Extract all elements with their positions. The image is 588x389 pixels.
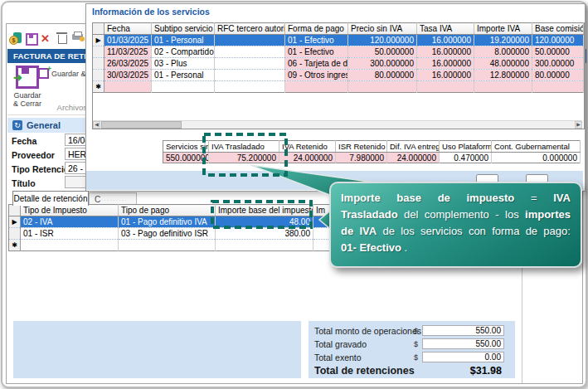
grid-cell[interactable]: 16.000000 — [417, 35, 474, 46]
column-header[interactable]: RFC tercero autorizado — [215, 23, 285, 35]
grid-cell[interactable]: 09 - Otros ingres... — [285, 70, 348, 81]
grid-cell[interactable]: 01 - ISR — [21, 228, 119, 240]
trash-shape — [58, 35, 67, 44]
grid-cell[interactable]: 48.00 — [216, 216, 313, 228]
column-header[interactable]: Subtipo servicio — [152, 23, 215, 35]
grid-cell[interactable]: 01/03/2025 — [104, 35, 152, 46]
screenshot: $ ✕ ✉➜ FACTURA DE RETENCIONE ➜ Guardar &… — [0, 0, 588, 389]
column-header[interactable]: Uso Plataforma — [440, 141, 492, 153]
grid-cell[interactable] — [119, 240, 216, 251]
column-header[interactable]: Cont. Gubernamental — [492, 141, 581, 153]
column-header[interactable]: Forma de pago — [285, 23, 348, 35]
column-header[interactable]: ISR Retenido — [336, 141, 387, 153]
grid-cell[interactable]: 01 - Efectivo — [285, 35, 348, 46]
delete-icon[interactable]: ✕ — [41, 32, 53, 45]
grid-cell[interactable]: 120.00000 — [532, 35, 584, 46]
column-header[interactable]: Servicios sin IVA — [163, 141, 209, 153]
grid-cell[interactable]: 01 - Pago definitivo IVA — [119, 216, 216, 228]
trash-icon[interactable] — [56, 32, 69, 45]
table-row[interactable]: 550.00000075.20000024.0000007.98000024.0… — [163, 153, 581, 163]
currency-symbol: $ — [414, 353, 418, 362]
grid-cell[interactable]: 03 - Plus — [152, 58, 215, 70]
grid-cell[interactable]: 0.000000 — [492, 153, 581, 163]
callout-line: deIVAdelosserviciosconformadepago: — [341, 223, 571, 240]
grid-cell[interactable]: 01 - Efectivo — [285, 46, 348, 58]
grid-cell[interactable]: 24.000000 — [387, 153, 440, 163]
grid-cell[interactable]: 01 - Personal — [152, 70, 215, 81]
grid-cell[interactable]: 80.000000 — [348, 70, 417, 81]
print-icon[interactable] — [72, 32, 85, 45]
grid-cell[interactable]: 80.00000 — [532, 70, 584, 81]
grid-cell[interactable]: 0.470000 — [440, 153, 492, 163]
grid-cell[interactable] — [417, 81, 474, 93]
grid-cell[interactable]: 48.000000 — [474, 58, 532, 70]
grid-cell[interactable] — [348, 81, 417, 93]
scroll-right-arrow-icon[interactable]: ▶ — [575, 121, 582, 129]
grid-cell[interactable] — [216, 240, 313, 251]
grid-cell[interactable] — [474, 81, 532, 93]
grid-cell[interactable]: 75.200000 — [209, 153, 279, 163]
column-header[interactable]: IVA Retenido — [279, 141, 336, 153]
grid-cell[interactable]: 380.00 — [216, 228, 313, 240]
table-row[interactable]: ▶01/03/202501 - Personal01 - Efectivo120… — [93, 35, 584, 46]
column-header[interactable]: Importe IVA — [474, 23, 532, 35]
grid-cell[interactable]: 02 - IVA — [21, 216, 119, 228]
grid-cell[interactable] — [285, 81, 348, 93]
grid-cell[interactable] — [215, 46, 285, 58]
grid-cell[interactable]: 19.200000 — [474, 35, 532, 46]
grid-cell[interactable]: 7.980000 — [336, 153, 387, 163]
column-header[interactable]: Precio sin IVA — [348, 23, 417, 35]
grid-cell[interactable] — [21, 240, 119, 251]
total-value-field[interactable]: 0.00 — [422, 352, 504, 362]
services-grid[interactable]: FechaSubtipo servicioRFC tercero autoriz… — [92, 22, 584, 93]
grid-cell[interactable]: 01 - Personal — [152, 35, 215, 46]
grid-cell[interactable] — [215, 58, 285, 70]
grid-cell[interactable]: 03 - Pago definitivo ISR — [119, 228, 216, 240]
grid-cell[interactable] — [104, 81, 152, 93]
grid-cell[interactable]: 16.000000 — [417, 70, 474, 81]
grid-cell[interactable] — [152, 81, 215, 93]
total-value-field[interactable]: 550.00 — [422, 325, 504, 336]
table-row[interactable]: 26/03/202503 - Plus06 - Tarjeta de dé...… — [93, 58, 584, 70]
grid-cell[interactable]: 24.000000 — [279, 153, 336, 163]
grid-cell[interactable]: 550.000000 — [163, 153, 209, 163]
table-row[interactable]: ✱ — [93, 81, 584, 93]
save-icon[interactable] — [25, 32, 37, 45]
grid-cell[interactable] — [215, 70, 285, 81]
grid-cell[interactable]: 16.000000 — [417, 58, 474, 70]
column-header[interactable]: Tasa IVA — [417, 23, 474, 35]
services-grid-hscrollbar[interactable]: ◀ ▶ — [93, 120, 582, 129]
total-value-field[interactable]: 550.00 — [422, 338, 504, 349]
grid-cell[interactable]: 16.000000 — [417, 46, 474, 58]
money-document-icon[interactable]: $ — [9, 32, 22, 45]
scroll-left-arrow-icon[interactable]: ◀ — [93, 121, 100, 129]
column-header[interactable]: IVA Trasladado — [209, 141, 279, 153]
grid-cell[interactable]: 06 - Tarjeta de dé... — [285, 58, 348, 70]
grid-cell[interactable]: 02 - Compartido — [152, 46, 215, 58]
grid-cell[interactable]: 300.000000 — [348, 58, 417, 70]
column-header[interactable]: Fecha — [104, 23, 152, 35]
tab-detalle-retencion[interactable]: Detalle de retención — [12, 191, 89, 206]
column-header[interactable]: Base comisión — [532, 23, 584, 35]
tab-comentarios[interactable]: C········· — [89, 192, 137, 205]
column-header[interactable]: Tipo de Impuesto — [21, 205, 119, 216]
callout-line: Trasladadodelcomplemento-losimportes — [341, 207, 571, 223]
grid-cell[interactable]: 50.000000 — [348, 46, 417, 58]
grid-cell[interactable] — [532, 81, 584, 93]
grid-cell[interactable]: 26/03/2025 — [104, 58, 152, 70]
grid-cell[interactable]: 8.000000 — [474, 46, 532, 58]
grid-cell[interactable]: 12.800000 — [474, 70, 532, 81]
column-header[interactable]: Dif. IVA entregado — [387, 141, 440, 153]
grid-cell[interactable] — [215, 81, 285, 93]
table-row[interactable]: 11/03/202502 - Compartido01 - Efectivo50… — [93, 46, 584, 58]
grid-cell[interactable]: 120.000000 — [348, 35, 417, 46]
scrollbar-thumb[interactable] — [101, 121, 182, 129]
grid-cell[interactable]: 30/03/2025 — [104, 70, 152, 81]
grid-cell[interactable]: 11/03/2025 — [104, 46, 152, 58]
grid-cell[interactable]: 50.00000 — [532, 46, 584, 58]
column-header[interactable]: Importe base del impuesto — [216, 205, 313, 216]
column-header[interactable]: Tipo de pago — [119, 205, 216, 216]
grid-cell[interactable]: 300.00000 — [532, 58, 584, 70]
grid-cell[interactable] — [215, 35, 285, 46]
table-row[interactable]: 30/03/202501 - Personal09 - Otros ingres… — [93, 70, 584, 81]
